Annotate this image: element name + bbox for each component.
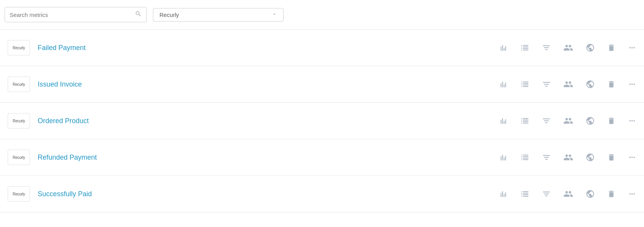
table-row: Recurly Refunded Payment [0, 139, 644, 176]
users-icon[interactable] [563, 189, 573, 199]
search-icon [135, 10, 142, 19]
more-icon[interactable] [628, 43, 636, 52]
users-icon[interactable] [563, 43, 573, 53]
globe-icon[interactable] [586, 153, 595, 162]
bar-chart-icon[interactable] [499, 43, 508, 52]
logo-thumb: Recurly [8, 186, 30, 202]
action-icons [499, 79, 636, 89]
globe-icon[interactable] [586, 189, 595, 199]
logo-text: Recurly [13, 119, 25, 123]
delete-icon[interactable] [607, 117, 616, 125]
table-row: Recurly Issued Invoice [0, 66, 644, 103]
action-icons [499, 189, 636, 199]
delete-icon[interactable] [607, 190, 616, 198]
table-row: Recurly Failed Payment [0, 30, 644, 66]
users-icon[interactable] [563, 116, 573, 126]
bar-chart-icon[interactable] [499, 80, 508, 89]
top-bar: Recurly [0, 0, 644, 30]
filter-icon[interactable] [542, 80, 551, 89]
action-icons [499, 43, 636, 53]
action-icons [499, 152, 636, 162]
logo-text: Recurly [13, 46, 25, 50]
filter-icon[interactable] [542, 43, 551, 52]
table-row: Recurly Ordered Product [0, 103, 644, 139]
source-dropdown[interactable]: Recurly [153, 8, 284, 22]
delete-icon[interactable] [607, 80, 616, 88]
list-icon[interactable] [520, 116, 529, 125]
logo-thumb: Recurly [8, 40, 30, 55]
list-icon[interactable] [520, 153, 529, 162]
metric-name[interactable]: Successfully Paid [38, 190, 499, 198]
bar-chart-icon[interactable] [499, 153, 508, 162]
logo-thumb: Recurly [8, 150, 30, 165]
metric-name[interactable]: Failed Payment [38, 44, 499, 52]
metric-name[interactable]: Ordered Product [38, 117, 499, 125]
logo-thumb: Recurly [8, 113, 30, 129]
users-icon[interactable] [563, 79, 573, 89]
users-icon[interactable] [563, 152, 573, 162]
list-icon[interactable] [520, 80, 529, 89]
table-row: Recurly Successfully Paid [0, 176, 644, 212]
action-icons [499, 116, 636, 126]
metrics-list: Recurly Failed Payment [0, 30, 644, 212]
logo-text: Recurly [13, 155, 25, 160]
more-icon[interactable] [628, 117, 636, 125]
delete-icon[interactable] [607, 153, 616, 162]
filter-icon[interactable] [542, 189, 551, 199]
chevron-down-icon [272, 12, 277, 18]
logo-text: Recurly [13, 82, 25, 87]
globe-icon[interactable] [586, 116, 595, 125]
bar-chart-icon[interactable] [499, 116, 508, 125]
logo-thumb: Recurly [8, 77, 30, 92]
dropdown-label: Recurly [159, 12, 179, 18]
more-icon[interactable] [628, 190, 636, 198]
globe-icon[interactable] [586, 80, 595, 89]
filter-icon[interactable] [542, 116, 551, 125]
filter-icon[interactable] [542, 153, 551, 162]
logo-text: Recurly [13, 192, 25, 196]
metric-name[interactable]: Issued Invoice [38, 80, 499, 88]
search-box[interactable] [5, 7, 147, 22]
bar-chart-icon[interactable] [499, 189, 508, 199]
list-icon[interactable] [520, 189, 529, 199]
more-icon[interactable] [628, 80, 636, 88]
globe-icon[interactable] [586, 43, 595, 52]
list-icon[interactable] [520, 43, 529, 52]
more-icon[interactable] [628, 153, 636, 162]
search-input[interactable] [10, 12, 135, 18]
delete-icon[interactable] [607, 43, 616, 52]
metric-name[interactable]: Refunded Payment [38, 154, 499, 162]
